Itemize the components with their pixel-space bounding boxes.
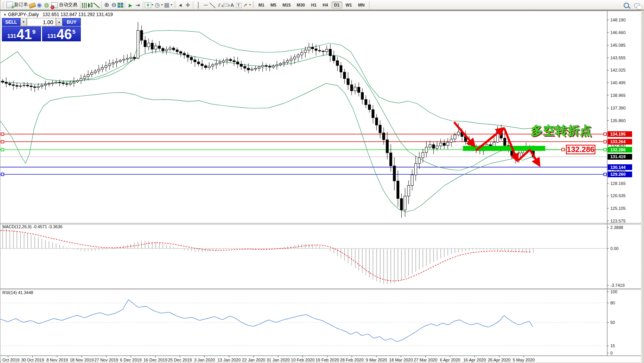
timeframe-d1-button[interactable]: D1 <box>332 2 342 8</box>
volume-increase-button[interactable]: ▲ <box>56 18 62 26</box>
search-icon[interactable] <box>624 3 629 8</box>
autotrading-button[interactable]: 自动交易 <box>50 1 78 9</box>
svg-text:80: 80 <box>610 301 615 305</box>
svg-text:129.260: 129.260 <box>610 172 626 177</box>
template-icon[interactable] <box>163 2 170 8</box>
svg-text:16 Dec 2019: 16 Dec 2019 <box>144 358 167 362</box>
macd-indicator-label: MACD(12,26,9) -0.4571 -0.3636 <box>2 224 62 229</box>
chart-canvas[interactable]: 148.190146.660145.085143.555142.025140.4… <box>0 10 644 363</box>
price-tag-label[interactable]: 132.286 <box>566 145 595 154</box>
channel-icon[interactable] <box>216 2 223 8</box>
ask-pip-digit: 5 <box>72 28 75 35</box>
timeframe-m15-button[interactable]: M15 <box>280 2 293 8</box>
chevron-down-icon[interactable]: ▾ <box>152 3 153 7</box>
svg-text:142.025: 142.025 <box>610 68 626 72</box>
svg-text:0.00: 0.00 <box>610 246 618 251</box>
text-label-icon[interactable] <box>236 3 242 8</box>
svg-text:9 Mar 2020: 9 Mar 2020 <box>366 358 387 362</box>
buy-button[interactable]: BUY <box>62 18 81 26</box>
chart-shift-icon[interactable] <box>134 2 141 8</box>
svg-text:30 Oct 2019: 30 Oct 2019 <box>21 358 44 362</box>
chart-header: ▲GBPJPY-,Daily132.651 132.847 131.292 13… <box>3 12 113 17</box>
rsi-indicator-label: RSI(14) 41.3448 <box>2 290 33 295</box>
crosshair-icon[interactable] <box>184 2 191 8</box>
bid-pip-digit: 9 <box>32 28 35 35</box>
timeframe-toolbar: M1M5M15M30H1H4D1W1MN <box>255 2 368 8</box>
bid-prefix: 131 <box>7 33 16 39</box>
chat-icon[interactable] <box>634 3 640 8</box>
hammer-icon[interactable] <box>29 3 36 9</box>
fibonacci-icon[interactable] <box>223 3 229 8</box>
svg-text:26 Apr 2020: 26 Apr 2020 <box>488 358 510 362</box>
new-order-button[interactable]: 新订单 <box>5 1 29 9</box>
horizontal-line-icon[interactable] <box>202 2 209 8</box>
svg-text:138.965: 138.965 <box>610 93 626 98</box>
timeframe-m30-button[interactable]: M30 <box>294 2 307 8</box>
ask-price-panel[interactable]: 131 46 5 <box>42 26 81 41</box>
svg-text:10 Feb 2020: 10 Feb 2020 <box>291 358 315 362</box>
svg-text:27 Nov 2019: 27 Nov 2019 <box>94 358 118 362</box>
sell-button[interactable]: SELL <box>2 18 20 26</box>
signal-icon[interactable] <box>43 2 50 8</box>
svg-text:13 Jan 2020: 13 Jan 2020 <box>217 358 241 362</box>
tile-windows-icon[interactable] <box>118 3 123 8</box>
one-click-trading-panel: SELL ▼ 1.00 ▲ BUY 131 41 9 131 46 5 <box>2 18 81 41</box>
autotrading-label: 自动交易 <box>59 2 77 8</box>
cursor-icon[interactable] <box>177 2 184 8</box>
chevron-down-icon[interactable]: ▾ <box>161 3 163 7</box>
main-toolbar: 新订单 自动交易 ▾ ▾ ▾ ▾ <box>0 0 644 10</box>
svg-text:2.3888: 2.3888 <box>610 225 623 230</box>
zoom-out-icon[interactable] <box>110 2 118 8</box>
text-icon[interactable] <box>229 2 236 8</box>
profile-icon[interactable] <box>36 2 43 8</box>
svg-text:15: 15 <box>610 343 615 348</box>
svg-text:22 Jan 2020: 22 Jan 2020 <box>242 358 265 362</box>
bid-big-digits: 41 <box>16 29 32 40</box>
chevron-down-icon[interactable]: ▾ <box>171 3 172 7</box>
turning-point-annotation[interactable]: 多空转折点 <box>531 123 592 139</box>
svg-text:140.495: 140.495 <box>610 80 626 85</box>
candlestick-icon[interactable] <box>88 3 93 8</box>
mt4-window: 新订单 自动交易 ▾ ▾ ▾ ▾ <box>0 0 644 363</box>
svg-text:128.165: 128.165 <box>610 181 626 186</box>
toolbar-grip[interactable] <box>174 2 176 8</box>
autotrading-icon <box>51 2 58 8</box>
timeframe-w1-button[interactable]: W1 <box>343 2 355 8</box>
bar-chart-icon[interactable] <box>82 3 88 8</box>
svg-text:100: 100 <box>610 289 617 294</box>
auto-scroll-icon[interactable] <box>127 2 134 8</box>
svg-text:50: 50 <box>610 320 615 325</box>
svg-text:132.286: 132.286 <box>610 147 626 152</box>
bid-price-panel[interactable]: 131 41 9 <box>2 26 41 41</box>
timeframe-m1-button[interactable]: M1 <box>256 2 267 8</box>
chevron-down-icon[interactable]: ▾ <box>249 3 251 7</box>
svg-text:31 Jan 2020: 31 Jan 2020 <box>266 358 290 362</box>
ask-prefix: 131 <box>47 33 56 39</box>
svg-text:137.390: 137.390 <box>610 106 626 110</box>
vertical-line-icon[interactable] <box>195 2 202 8</box>
timeframe-mn-button[interactable]: MN <box>355 2 367 8</box>
svg-text:-3.7419: -3.7419 <box>610 283 624 288</box>
zoom-in-icon[interactable] <box>103 2 110 8</box>
timeframe-h1-button[interactable]: H1 <box>308 2 319 8</box>
svg-text:148.190: 148.190 <box>610 18 626 22</box>
toolbar-separator <box>369 1 369 9</box>
toolbar-separator <box>193 1 193 9</box>
indicators-icon[interactable] <box>145 2 151 8</box>
timeframe-m5-button[interactable]: M5 <box>268 2 279 8</box>
volume-decrease-button[interactable]: ▼ <box>20 18 27 26</box>
trendline-icon[interactable] <box>209 3 216 8</box>
toolbar-grip[interactable] <box>2 2 4 8</box>
volume-input[interactable]: 1.00 <box>27 18 56 26</box>
svg-text:3 Jan 2020: 3 Jan 2020 <box>194 358 215 362</box>
arrows-icon[interactable] <box>242 2 249 8</box>
timeframe-h4-button[interactable]: H4 <box>320 2 331 8</box>
svg-text:25 Dec 2019: 25 Dec 2019 <box>168 358 192 362</box>
svg-text:16 Apr 2020: 16 Apr 2020 <box>463 358 486 362</box>
line-chart-icon[interactable] <box>93 3 100 8</box>
new-order-label: 新订单 <box>14 2 28 8</box>
svg-text:28 Feb 2020: 28 Feb 2020 <box>340 358 364 362</box>
chart-ohlc-values: 132.651 132.847 131.292 131.419 <box>42 12 113 17</box>
periods-clock-icon[interactable] <box>154 2 161 8</box>
toolbar-grip[interactable] <box>252 2 254 8</box>
